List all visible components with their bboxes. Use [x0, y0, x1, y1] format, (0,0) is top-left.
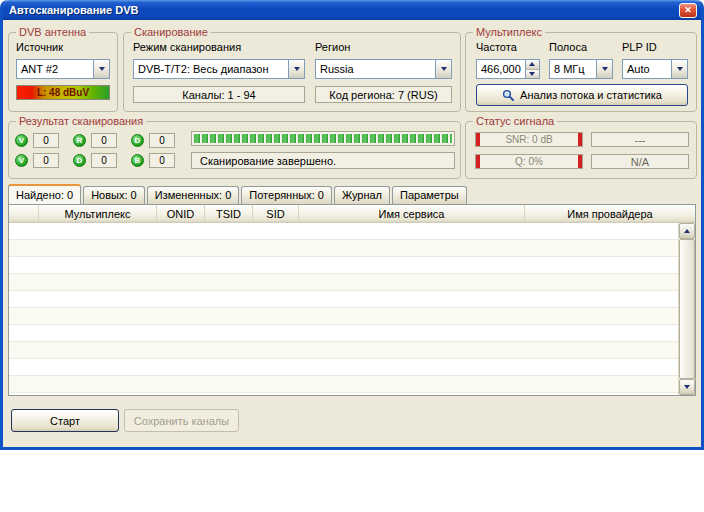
quality-value-field: N/A	[591, 154, 689, 169]
status-dot-icon: D	[131, 134, 144, 147]
column-header-tsid[interactable]: TSID	[205, 205, 253, 222]
group-title-scanning: Сканирование	[131, 26, 211, 39]
region-label: Регион	[315, 41, 350, 53]
quality-label: Q: 0%	[515, 156, 543, 167]
arrow-down-icon	[684, 385, 690, 389]
scan-mode-value: DVB-T/T2: Весь диапазон	[134, 63, 288, 75]
chevron-down-icon	[288, 60, 304, 78]
chevron-down-icon	[671, 60, 687, 78]
bar-cap-icon	[578, 133, 582, 146]
column-header-select[interactable]	[9, 205, 39, 222]
antenna-source-select[interactable]: ANT #2	[16, 59, 110, 79]
group-title-scan-result: Результат сканирования	[16, 115, 146, 128]
group-multiplex: Мультиплекс Частота 466,000 Полоса 8 МГц…	[465, 32, 697, 112]
table-body-empty	[9, 223, 678, 395]
indicator-r: R 0	[73, 133, 117, 148]
status-dot-icon: D	[73, 154, 86, 167]
plp-id-value: Auto	[623, 63, 671, 75]
channels-table: Мультиплекс ONID TSID SID Имя сервиса Им…	[8, 204, 696, 396]
tab-found[interactable]: Найдено: 0	[8, 184, 81, 204]
window-title: Автосканирование DVB	[9, 4, 679, 16]
spinner-buttons	[525, 60, 539, 78]
indicator-count: 0	[91, 133, 117, 148]
start-button[interactable]: Старт	[11, 409, 119, 432]
bar-cap-icon	[578, 155, 582, 168]
group-dvb-antenna: DVB антенна Источник ANT #2 L: 48 dBuV	[8, 32, 118, 112]
status-dot-icon: B	[131, 154, 144, 167]
status-dot-icon: R	[73, 134, 86, 147]
signal-level-meter: L: 48 dBuV	[16, 85, 110, 100]
column-header-sid[interactable]: SID	[253, 205, 299, 222]
scan-mode-select[interactable]: DVB-T/T2: Весь диапазон	[133, 59, 305, 79]
bandwidth-select[interactable]: 8 МГц	[549, 59, 613, 79]
channels-range-field: Каналы: 1 - 94	[133, 86, 305, 103]
status-dot-icon: V	[15, 154, 28, 167]
frequency-label: Частота	[476, 41, 517, 53]
arrow-down-icon	[529, 72, 535, 76]
scan-status-field: Сканирование завершено.	[191, 152, 455, 169]
group-scanning: Сканирование Режим сканирования DVB-T/T2…	[123, 32, 461, 112]
column-header-multiplex[interactable]: Мультиплекс	[39, 205, 157, 222]
scroll-down-button[interactable]	[679, 379, 695, 395]
snr-bar: SNR: 0 dB	[475, 132, 583, 147]
spin-up-button[interactable]	[526, 60, 539, 70]
indicator-v1: V 0	[15, 133, 59, 148]
indicator-d2: D 0	[73, 153, 117, 168]
snr-label: SNR: 0 dB	[505, 134, 552, 145]
scrollbar-track[interactable]	[679, 239, 695, 379]
plp-id-select[interactable]: Auto	[622, 59, 688, 79]
quality-bar: Q: 0%	[475, 154, 583, 169]
title-bar[interactable]: Автосканирование DVB ✕	[3, 0, 701, 20]
indicator-count: 0	[33, 153, 59, 168]
chevron-down-icon	[596, 60, 612, 78]
indicator-count: 0	[91, 153, 117, 168]
close-button[interactable]: ✕	[679, 3, 697, 18]
region-select[interactable]: Russia	[315, 59, 452, 79]
tab-changed[interactable]: Измененных: 0	[147, 186, 240, 204]
region-code-field: Код региона: 7 (RUS)	[315, 86, 452, 103]
tab-parameters[interactable]: Параметры	[392, 186, 467, 204]
indicator-count: 0	[33, 133, 59, 148]
bar-cap-icon	[476, 155, 480, 168]
analyze-stream-label: Анализ потока и статистика	[520, 89, 662, 101]
group-scan-result: Результат сканирования V 0 R 0 D 0 V 0 D…	[8, 121, 461, 179]
bandwidth-value: 8 МГц	[550, 63, 596, 75]
table-scrollbar[interactable]	[678, 223, 695, 395]
bandwidth-label: Полоса	[549, 41, 587, 53]
autoscan-dialog: Автосканирование DVB ✕ DVB антенна Источ…	[0, 0, 704, 450]
bar-cap-icon	[476, 133, 480, 146]
indicator-b: B 0	[131, 153, 175, 168]
source-label: Источник	[16, 41, 63, 53]
tab-log[interactable]: Журнал	[334, 186, 390, 204]
search-icon	[502, 89, 515, 102]
arrow-up-icon	[529, 62, 535, 66]
frequency-value: 466,000	[477, 60, 525, 78]
column-header-provider-name[interactable]: Имя провайдера	[525, 205, 695, 222]
indicator-count: 0	[149, 133, 175, 148]
scan-mode-label: Режим сканирования	[133, 41, 241, 53]
region-value: Russia	[316, 63, 435, 75]
status-dot-icon: V	[15, 134, 28, 147]
chevron-down-icon	[435, 60, 451, 78]
tab-new[interactable]: Новых: 0	[83, 186, 145, 204]
scan-progress-bar	[191, 131, 455, 146]
column-header-onid[interactable]: ONID	[157, 205, 205, 222]
result-tabs: Найдено: 0 Новых: 0 Измененных: 0 Потеря…	[8, 184, 469, 204]
signal-level-text: L: 48 dBuV	[17, 87, 109, 98]
antenna-source-value: ANT #2	[17, 63, 93, 75]
group-title-multiplex: Мультиплекс	[473, 26, 545, 39]
frequency-spinner[interactable]: 466,000	[476, 59, 540, 79]
scan-progress-fill	[194, 134, 452, 143]
save-channels-button[interactable]: Сохранить каналы	[124, 409, 239, 432]
arrow-up-icon	[684, 229, 690, 233]
chevron-down-icon	[93, 60, 109, 78]
scroll-up-button[interactable]	[679, 223, 695, 239]
scrollbar-thumb[interactable]	[679, 239, 695, 379]
column-header-service-name[interactable]: Имя сервиса	[299, 205, 525, 222]
tab-lost[interactable]: Потерянных: 0	[241, 186, 332, 204]
spin-down-button[interactable]	[526, 70, 539, 79]
group-title-antenna: DVB антенна	[16, 26, 89, 39]
plp-id-label: PLP ID	[622, 41, 657, 53]
group-title-signal-status: Статус сигнала	[473, 115, 557, 128]
analyze-stream-button[interactable]: Анализ потока и статистика	[476, 84, 688, 106]
